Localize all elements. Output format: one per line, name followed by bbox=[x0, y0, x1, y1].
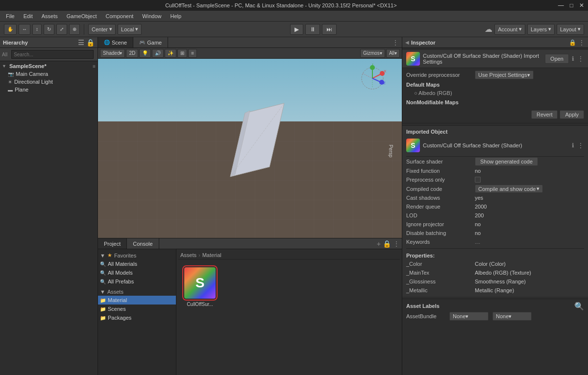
inspector-more-icon[interactable]: ⋮ bbox=[577, 55, 584, 63]
open-button[interactable]: Open bbox=[545, 54, 569, 64]
all-models-item[interactable]: 🔍 All Models bbox=[98, 268, 176, 277]
pause-button[interactable]: ⏸ bbox=[305, 24, 320, 35]
override-preprocessor-dropdown[interactable]: Use Project Settings ▾ bbox=[475, 70, 534, 79]
game-tab[interactable]: 🎮 Game bbox=[133, 37, 168, 47]
scene-extra-btn[interactable]: ⊞ bbox=[177, 49, 187, 58]
fx-btn[interactable]: ✨ bbox=[165, 49, 176, 58]
shader-icon: S bbox=[184, 267, 216, 299]
tool-move[interactable]: ↔ bbox=[19, 24, 30, 35]
plane-label: Plane bbox=[15, 87, 28, 93]
layout-dropdown[interactable]: Layout ▾ bbox=[557, 24, 584, 35]
asset-bundle-dropdown-1[interactable]: None ▾ bbox=[449, 312, 489, 321]
hierarchy-item-maincamera[interactable]: 📷 Main Camera bbox=[0, 70, 98, 78]
menu-window[interactable]: Window bbox=[138, 12, 165, 20]
scene-menu[interactable]: ≡ bbox=[93, 64, 96, 69]
show-generated-code-button[interactable]: Show generated code bbox=[475, 157, 538, 166]
menu-gameobject[interactable]: GameObject bbox=[63, 12, 101, 20]
hierarchy-item-directionallight[interactable]: ☀ Directional Light bbox=[0, 78, 98, 86]
keywords-label: Keywords bbox=[406, 239, 475, 245]
asset-bundle-arrow-2: ▾ bbox=[509, 313, 512, 320]
asset-labels-section: Asset Labels 🔍 AssetBundle None ▾ None ▾ bbox=[402, 299, 588, 324]
tool-transform[interactable]: ⊕ bbox=[69, 24, 80, 35]
menu-assets[interactable]: Assets bbox=[38, 12, 62, 20]
menu-file[interactable]: File bbox=[2, 12, 19, 20]
lighting-btn[interactable]: 💡 bbox=[139, 49, 151, 58]
imported-info-icon[interactable]: ℹ bbox=[572, 142, 574, 149]
audio-btn[interactable]: 🔊 bbox=[152, 49, 164, 58]
scene-stats-btn[interactable]: ≡ bbox=[188, 49, 197, 58]
play-button[interactable]: ▶ bbox=[290, 24, 303, 35]
scene-tab[interactable]: 🌐 Scene bbox=[98, 37, 133, 47]
menu-edit[interactable]: Edit bbox=[20, 12, 37, 20]
menu-component[interactable]: Component bbox=[101, 12, 137, 20]
albedo-row: ○ Albedo (RGB) bbox=[406, 89, 584, 97]
account-dropdown[interactable]: Account ▾ bbox=[494, 24, 525, 35]
shaded-dropdown[interactable]: Shaded ▾ bbox=[100, 49, 125, 58]
inspector-lock-icon[interactable]: 🔒 bbox=[569, 39, 576, 46]
bottom-lock-icon[interactable]: 🔒 bbox=[383, 240, 391, 248]
material-folder-item[interactable]: 📁 Material bbox=[98, 296, 176, 305]
project-tab[interactable]: Project bbox=[98, 238, 127, 249]
scene-tab-label: Scene bbox=[112, 40, 127, 46]
inspector-info-icon[interactable]: ℹ bbox=[572, 55, 574, 62]
fixed-function-value: no bbox=[475, 168, 584, 174]
tool-hand[interactable]: ✋ bbox=[4, 24, 17, 35]
tool-scale[interactable]: ↻ bbox=[44, 24, 54, 35]
hierarchy-lock-icon[interactable]: 🔒 bbox=[86, 39, 95, 47]
all-materials-item[interactable]: 🔍 All Materials bbox=[98, 259, 176, 268]
inspector-menu-icon[interactable]: ⋮ bbox=[578, 39, 585, 47]
scenes-folder-item[interactable]: 📁 Scenes bbox=[98, 305, 176, 313]
bottom-options-icon[interactable]: ⋮ bbox=[393, 240, 400, 248]
hierarchy-menu-icon[interactable]: ☰ bbox=[78, 39, 84, 47]
asset-labels-search-icon[interactable]: 🔍 bbox=[574, 302, 584, 311]
game-icon: 🎮 bbox=[139, 40, 145, 45]
shader-asset-item[interactable]: S CullOffSur... bbox=[180, 265, 220, 307]
gizmos-dropdown[interactable]: Gizmos ▾ bbox=[360, 49, 385, 58]
project-sidebar: ▼ ★ Favorites 🔍 All Materials 🔍 All Mode… bbox=[98, 249, 176, 375]
title-controls[interactable]: — □ ✕ bbox=[558, 2, 584, 9]
inspector-title-text: Custom/Cull Off Surface Shader (Shader) … bbox=[423, 53, 542, 65]
hierarchy-search-input[interactable] bbox=[11, 50, 94, 59]
scene-view[interactable]: X Y Z Persp bbox=[98, 59, 402, 238]
cloud-icon[interactable]: ☁ bbox=[485, 24, 492, 34]
all-dropdown[interactable]: All ▾ bbox=[386, 49, 400, 58]
console-tab[interactable]: Console bbox=[127, 238, 159, 249]
hierarchy-scene[interactable]: ▼ SampleScene* ≡ bbox=[0, 62, 98, 70]
compiled-code-label: Compiled code bbox=[406, 186, 475, 192]
asset-label: CullOffSur... bbox=[187, 302, 213, 307]
menu-help[interactable]: Help bbox=[166, 12, 185, 20]
tool-rotate[interactable]: ↕ bbox=[32, 24, 42, 35]
favorites-header[interactable]: ▼ ★ Favorites bbox=[98, 251, 176, 259]
revert-button[interactable]: Revert bbox=[531, 110, 558, 119]
maintex-property-value: Albedo (RGB) (Texture) bbox=[475, 270, 584, 276]
lod-row: LOD 200 bbox=[406, 211, 584, 220]
scene-arrow: ▼ bbox=[2, 64, 6, 69]
asset-bundle-dropdown-2[interactable]: None ▾ bbox=[492, 312, 532, 321]
fixed-function-row: Fixed function no bbox=[406, 166, 584, 175]
minimize-btn[interactable]: — bbox=[558, 2, 564, 9]
compile-show-code-button[interactable]: Compile and show code ▾ bbox=[475, 185, 543, 193]
add-folder-icon[interactable]: + bbox=[377, 240, 381, 248]
cast-shadows-value: yes bbox=[475, 195, 584, 201]
inspector-header: ◀ Inspector 🔒 ⋮ bbox=[402, 37, 588, 48]
folder-icon-3: 📁 bbox=[100, 315, 106, 321]
hierarchy-item-plane[interactable]: ▬ Plane bbox=[0, 86, 98, 94]
hierarchy-filter-label: All bbox=[2, 52, 7, 57]
local-dropdown[interactable]: Local ▾ bbox=[118, 24, 142, 35]
apply-button[interactable]: Apply bbox=[560, 110, 584, 119]
close-btn[interactable]: ✕ bbox=[579, 2, 584, 9]
all-prefabs-item[interactable]: 🔍 All Prefabs bbox=[98, 277, 176, 286]
surface-shader-label: Surface shader bbox=[406, 159, 475, 164]
tool-rect[interactable]: ⤢ bbox=[56, 24, 67, 35]
imported-more-icon[interactable]: ⋮ bbox=[577, 141, 584, 149]
preprocess-checkbox[interactable] bbox=[475, 177, 481, 183]
center-dropdown[interactable]: Center ▾ bbox=[88, 24, 116, 35]
layers-dropdown[interactable]: Layers ▾ bbox=[527, 24, 555, 35]
scene-options[interactable]: ⋮ bbox=[389, 37, 402, 47]
maximize-btn[interactable]: □ bbox=[570, 2, 573, 9]
2d-button[interactable]: 2D bbox=[126, 49, 138, 58]
assets-header[interactable]: ▼ Assets bbox=[98, 288, 176, 296]
glossiness-property-value: Smoothness (Range) bbox=[475, 279, 584, 284]
packages-folder-item[interactable]: 📁 Packages bbox=[98, 313, 176, 322]
step-button[interactable]: ⏭ bbox=[322, 24, 337, 35]
